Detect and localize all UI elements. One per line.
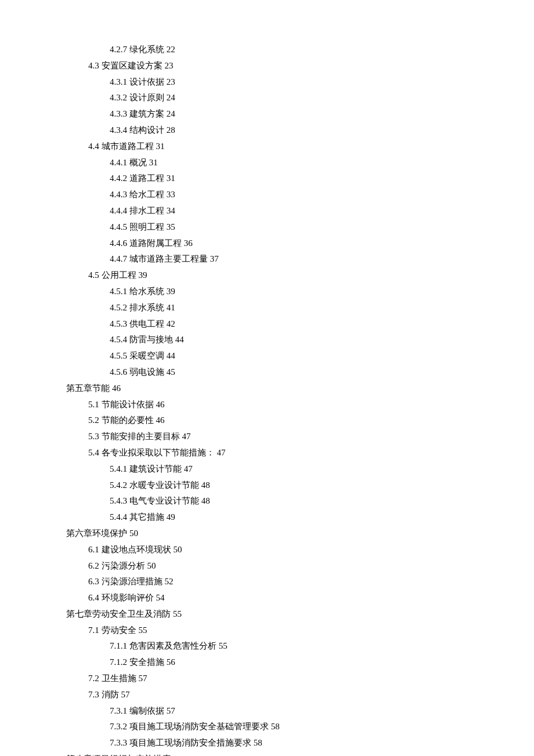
toc-entry: 4.3.1 设计依据23	[66, 78, 534, 86]
table-of-contents: 4.2.7 绿化系统224.3 安置区建设方案234.3.1 设计依据234.3…	[66, 45, 534, 756]
toc-number: 4.3.2	[110, 93, 127, 102]
toc-title: 节能设计依据	[102, 400, 154, 409]
toc-entry: 6.3 污染源治理措施52	[66, 577, 534, 586]
toc-number: 4.4.1	[110, 158, 127, 167]
toc-number: 5.4.1	[110, 464, 127, 473]
toc-page: 50	[174, 545, 182, 554]
toc-number: 4.3.3	[110, 109, 127, 118]
toc-number: 4.2.7	[110, 45, 127, 54]
toc-entry: 4.5.3 供电工程42	[66, 320, 534, 328]
toc-page: 56	[167, 657, 175, 667]
toc-number: 4.5.6	[110, 367, 127, 377]
toc-number: 5.1	[88, 400, 99, 409]
toc-number: 4.5.3	[110, 319, 127, 328]
toc-page: 58	[254, 738, 262, 747]
toc-title: 安全措施	[129, 657, 164, 667]
toc-number: 4.5.1	[110, 287, 127, 296]
toc-page: 31	[149, 158, 158, 167]
toc-title: 建设地点环境现状	[102, 545, 171, 554]
toc-title: 危害因素及危害性分析	[129, 641, 217, 650]
toc-entry: 5.4.1 建筑设计节能47	[66, 465, 534, 473]
toc-page: 23	[167, 77, 175, 86]
toc-page: 31	[167, 173, 175, 183]
toc-page: 58	[271, 722, 280, 731]
toc-entry: 6.4 环境影响评价54	[66, 594, 534, 602]
toc-entry: 4.4.5 照明工程35	[66, 223, 534, 231]
toc-entry: 4.5.2 排水系统41	[66, 303, 534, 312]
toc-title: 公用工程	[102, 270, 136, 280]
toc-page: 39	[139, 270, 147, 280]
toc-entry: 4.5.1 给水系统39	[66, 287, 534, 296]
toc-number: 第六章	[66, 529, 92, 538]
toc-number: 7.3.1	[110, 706, 127, 715]
toc-title: 防雷与接地	[129, 335, 173, 344]
toc-number: 5.4.4	[110, 512, 127, 522]
toc-entry: 6.2 污染源分析50	[66, 562, 534, 570]
toc-number: 6.3	[88, 577, 99, 586]
toc-number: 4.5.5	[110, 351, 127, 360]
toc-title: 水暖专业设计节能	[129, 480, 199, 490]
toc-entry: 7.1.1 危害因素及危害性分析55	[66, 642, 534, 650]
toc-page: 41	[167, 303, 175, 312]
toc-page: 49	[167, 512, 175, 522]
toc-entry: 5.4.4 其它措施49	[66, 513, 534, 522]
toc-title: 项目施工现场消防安全基础管理要求	[129, 722, 269, 731]
toc-number: 7.3	[88, 690, 99, 699]
toc-entry: 7.3.1 编制依据57	[66, 707, 534, 715]
toc-entry: 4.5.6 弱电设施45	[66, 368, 534, 377]
toc-title: 给水系统	[129, 287, 164, 296]
toc-title: 环境影响评价	[102, 593, 154, 602]
toc-number: 4.4.6	[110, 238, 127, 248]
toc-entry: 第六章环境保护50	[66, 529, 534, 538]
toc-entry: 6.1 建设地点环境现状50	[66, 545, 534, 554]
toc-title: 给水工程	[129, 190, 164, 199]
toc-number: 7.3.3	[110, 738, 127, 747]
toc-title: 编制依据	[129, 706, 164, 715]
toc-entry: 4.3 安置区建设方案23	[66, 62, 534, 70]
toc-title: 节能安排的主要目标	[102, 432, 180, 441]
toc-page: 35	[167, 222, 175, 231]
toc-page: 31	[156, 142, 165, 151]
toc-entry: 4.3.4 结构设计28	[66, 126, 534, 135]
toc-page: 57	[139, 674, 147, 683]
toc-entry: 5.3 节能安排的主要目标47	[66, 432, 534, 441]
toc-title: 各专业拟采取以下节能措施：	[102, 448, 215, 457]
toc-number: 7.1.1	[110, 641, 127, 650]
toc-page: 55	[139, 625, 147, 635]
toc-title: 消防	[102, 690, 119, 699]
toc-entry: 4.4.6 道路附属工程36	[66, 239, 534, 248]
toc-number: 4.3	[88, 61, 99, 70]
toc-title: 建筑设计节能	[129, 464, 182, 473]
toc-title: 劳动安全卫生及消防	[92, 609, 171, 618]
toc-entry: 5.2 节能的必要性46	[66, 416, 534, 425]
toc-title: 道路附属工程	[129, 238, 182, 248]
toc-page: 36	[184, 238, 193, 248]
toc-number: 4.4.4	[110, 206, 127, 215]
toc-page: 55	[219, 641, 228, 650]
toc-title: 供电工程	[129, 319, 164, 328]
toc-number: 4.3.4	[110, 125, 127, 135]
toc-entry: 4.4.7 城市道路主要工程量37	[66, 255, 534, 263]
toc-number: 4.4.7	[110, 254, 127, 263]
toc-entry: 第七章劳动安全卫生及消防55	[66, 610, 534, 618]
toc-title: 照明工程	[129, 222, 164, 231]
toc-page: 57	[121, 690, 130, 699]
toc-entry: 7.3.3 项目施工现场消防安全措施要求58	[66, 739, 534, 747]
toc-number: 7.1	[88, 625, 99, 635]
toc-number: 5.3	[88, 432, 99, 441]
toc-page: 28	[167, 125, 175, 135]
toc-title: 建筑方案	[129, 109, 164, 118]
toc-title: 环境保护	[92, 529, 127, 538]
toc-title: 结构设计	[129, 125, 164, 135]
toc-number: 7.1.2	[110, 657, 127, 667]
toc-number: 4.4.5	[110, 222, 127, 231]
toc-number: 4.4.2	[110, 173, 127, 183]
toc-entry: 5.4.3 电气专业设计节能48	[66, 497, 534, 505]
toc-title: 绿化系统	[129, 45, 164, 54]
toc-page: 33	[167, 190, 175, 199]
toc-entry: 4.5 公用工程39	[66, 271, 534, 280]
toc-title: 节能的必要性	[102, 415, 154, 425]
toc-entry: 4.4.3 给水工程33	[66, 190, 534, 199]
toc-number: 第五章	[66, 384, 92, 393]
toc-entry: 4.4.2 道路工程31	[66, 174, 534, 183]
